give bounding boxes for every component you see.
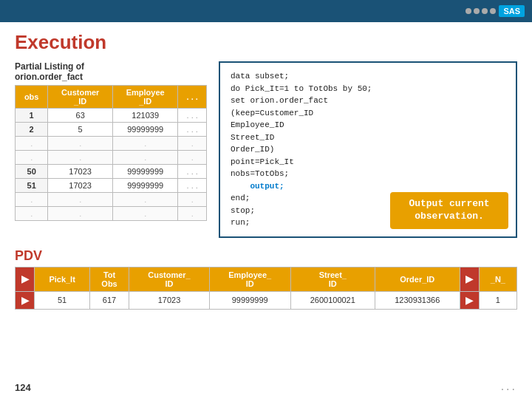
sas-logo: SAS — [466, 5, 525, 17]
col-obs: obs — [16, 86, 48, 109]
pdv-employee-id: 99999999 — [209, 291, 290, 309]
code-output-keyword: output; — [250, 182, 284, 191]
pdv-order-id: 1230931366 — [375, 291, 460, 309]
dot-4 — [490, 8, 496, 14]
code-line-10: output; — [231, 180, 505, 193]
page-title: Execution — [15, 31, 517, 54]
col-dots-header: . . . — [178, 86, 207, 109]
table-row: 50 17023 99999999 . . . — [16, 165, 207, 179]
dots-2: . . . — [178, 123, 207, 137]
main-content: Partial Listing of orion.order_fact obs … — [15, 61, 517, 238]
page-content: Execution Partial Listing of orion.order… — [0, 22, 532, 316]
col-employee-id: Employee_ID — [112, 86, 177, 109]
dot-emp: . — [112, 137, 177, 151]
table-row: 1 63 121039 . . . — [16, 109, 207, 123]
pdv-customer-id: 17023 — [129, 291, 210, 309]
pdv-pick-it: 51 — [35, 291, 90, 309]
pdv-col-employee-id: Employee_ID — [209, 267, 290, 291]
pdv-col-pickit: Pick_It — [35, 267, 90, 291]
pdv-n: 1 — [479, 291, 516, 309]
table-row-dots: . . . . — [16, 137, 207, 151]
code-line-5: Employee_ID — [231, 119, 505, 132]
left-panel: Partial Listing of orion.order_fact obs … — [15, 61, 207, 221]
pdv-col-order-id: Order_ID — [375, 267, 460, 291]
order-fact-table: obs Customer_ID Employee_ID . . . 1 63 1… — [15, 85, 207, 221]
cust-50: 17023 — [48, 165, 113, 179]
code-line-8: point=Pick_It — [231, 156, 505, 168]
pdv-col-arrow-right: ▶ — [460, 267, 479, 291]
code-line-6: Street_ID — [231, 132, 505, 144]
code-panel: data subset; do Pick_It=1 to TotObs by 5… — [219, 61, 517, 238]
sas-badge: SAS — [499, 5, 525, 17]
obs-51: 51 — [16, 179, 48, 193]
cust-51: 17023 — [48, 179, 113, 193]
dot-cust: . — [48, 137, 113, 151]
pdv-table: ▶ Pick_It TotObs Customer_ID Employee_ID… — [15, 267, 517, 310]
emp-1: 121039 — [112, 109, 177, 123]
pdv-table-wrapper: ▶ Pick_It TotObs Customer_ID Employee_ID… — [15, 267, 517, 310]
dots-1: . . . — [178, 109, 207, 123]
listing-label: Partial Listing of orion.order_fact — [15, 61, 207, 82]
dots-50: . . . — [178, 165, 207, 179]
dot-3 — [482, 8, 488, 14]
pdv-row-arrow-left: ▶ — [16, 291, 35, 309]
col-customer-id: Customer_ID — [48, 86, 113, 109]
emp-51: 99999999 — [112, 179, 177, 193]
code-line-7: Order_ID) — [231, 143, 505, 156]
dot-obs: . — [16, 137, 48, 151]
code-line-9: nobs=TotObs; — [231, 168, 505, 180]
pdv-col-customer-id: Customer_ID — [129, 267, 210, 291]
page-number: 124 — [15, 382, 31, 393]
pdv-col-totobs: TotObs — [90, 267, 129, 291]
pdv-street-id: 2600100021 — [290, 291, 375, 309]
code-line-1: data subset; — [231, 70, 505, 83]
footer: 124 — [15, 382, 31, 393]
pdv-col-arrow-left: ▶ — [16, 267, 35, 291]
cust-2: 5 — [48, 123, 113, 137]
table-row-dots3: . . . . — [16, 193, 207, 207]
table-row-dots2: . . . . — [16, 151, 207, 165]
tooltip-box: Output current observation. — [390, 192, 508, 229]
footer-dots: ... — [501, 380, 517, 393]
pdv-section: PDV ▶ Pick_It TotObs Customer_ID Employe… — [15, 248, 517, 310]
obs-1: 1 — [16, 109, 48, 123]
table-row: 51 17023 99999999 . . . — [16, 179, 207, 193]
dot-1 — [466, 8, 471, 14]
header-bar: SAS — [0, 0, 532, 22]
pdv-col-street-id: Street_ID — [290, 267, 375, 291]
cust-1: 63 — [48, 109, 113, 123]
dot-misc: . — [178, 137, 207, 151]
header-dots — [466, 8, 496, 14]
obs-50: 50 — [16, 165, 48, 179]
table-row-dots4: . . . . — [16, 207, 207, 221]
pdv-title: PDV — [15, 248, 517, 264]
pdv-row-arrow-right: ▶ — [460, 291, 479, 309]
code-line-2: do Pick_It=1 to TotObs by 50; — [231, 83, 505, 95]
obs-2: 2 — [16, 123, 48, 137]
pdv-col-n: _N_ — [479, 267, 516, 291]
table-row: 2 5 99999999 . . . — [16, 123, 207, 137]
code-line-3: set orion.order_fact — [231, 95, 505, 107]
code-line-4: (keep=Customer_ID — [231, 107, 505, 120]
pdv-data-row: ▶ 51 617 17023 99999999 2600100021 12309… — [16, 291, 517, 309]
pdv-tot-obs: 617 — [90, 291, 129, 309]
dot-2 — [474, 8, 480, 14]
emp-50: 99999999 — [112, 165, 177, 179]
dots-51: . . . — [178, 179, 207, 193]
emp-2: 99999999 — [112, 123, 177, 137]
